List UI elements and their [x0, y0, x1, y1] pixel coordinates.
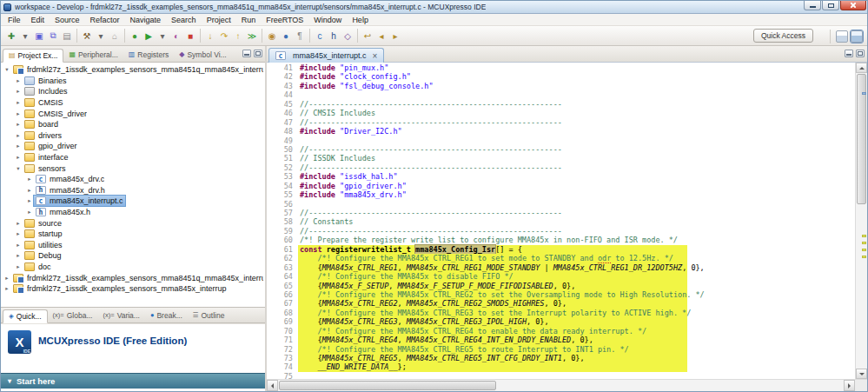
tree-item[interactable]: ▸board — [1, 119, 265, 130]
expander-icon[interactable]: ▾ — [14, 165, 23, 172]
code-line[interactable]: 54#include "gpio_driver.h" — [267, 182, 855, 190]
code-line[interactable]: 53#include "issdk_hal.h" — [267, 172, 855, 181]
menu-window[interactable]: Window — [308, 16, 347, 24]
tab-variables[interactable]: (x)=Varia... — [98, 309, 145, 322]
expander-icon[interactable]: ▸ — [3, 275, 11, 282]
resume-icon[interactable]: ≫ — [245, 29, 259, 43]
code-line[interactable]: 60/*! Prepare the register write list to… — [267, 236, 855, 244]
show-whitespace-icon[interactable]: ¶ — [293, 29, 307, 43]
expander-icon[interactable]: ▸ — [14, 77, 23, 84]
tree-item[interactable]: ▸Includes — [1, 86, 265, 97]
build-icon[interactable]: ⚒ — [80, 29, 94, 43]
tab-close-icon[interactable]: × — [373, 52, 378, 60]
minimize-window-icon[interactable] — [804, 1, 821, 10]
expander-icon[interactable]: ▸ — [14, 252, 23, 259]
debug-icon[interactable]: ● — [128, 29, 142, 43]
expander-icon[interactable]: ▸ — [25, 187, 34, 194]
code-line[interactable]: 45//------------------------------------… — [267, 100, 855, 109]
menu-search[interactable]: Search — [166, 16, 202, 24]
tree-item[interactable]: ▸utilities — [1, 240, 265, 251]
expander-icon[interactable]: ▸ — [14, 99, 23, 106]
code-line[interactable]: 75 — [267, 372, 855, 379]
expander-icon[interactable]: ▸ — [25, 197, 34, 204]
tree-item[interactable]: ▸Debug — [1, 250, 265, 262]
code-line[interactable]: 74 __END_WRITE_DATA__}; — [267, 362, 855, 371]
maximize-view-icon[interactable] — [254, 50, 262, 57]
expander-icon[interactable]: ▸ — [14, 220, 23, 227]
code-line[interactable]: 66 /*! Configure the MMA845x CTRL_REG2 t… — [267, 290, 855, 299]
expander-icon[interactable]: ▸ — [3, 285, 11, 292]
code-line[interactable]: 51// ISSDK Includes — [267, 154, 855, 163]
start-here-header[interactable]: ▾ Start here — [1, 373, 265, 389]
expander-icon[interactable]: ▸ — [14, 242, 23, 249]
code-line[interactable]: 64 /*! Configure the MMA845x to disable … — [267, 272, 855, 281]
menu-source[interactable]: Source — [50, 16, 85, 24]
overview-mark[interactable] — [862, 92, 866, 95]
code-line[interactable]: 70 /*! Configure the MMA845x CTRL_REG4 t… — [267, 327, 855, 336]
open-perspective-icon[interactable] — [836, 30, 848, 43]
tab-project-explorer[interactable]: ▤Project Ex... — [3, 49, 63, 63]
tree-item[interactable]: ▸frdmkl27z_1issdk_examples_sensors_mma84… — [1, 272, 265, 283]
code-line[interactable]: 55#include "mma845x_drv.h" — [267, 190, 855, 199]
code-line[interactable]: 52//------------------------------------… — [267, 163, 855, 172]
tree-item[interactable]: ▸mma845x_drv.h — [1, 185, 265, 196]
code-line[interactable]: 41#include "pin_mux.h" — [267, 63, 855, 72]
title-bar[interactable]: workspace - Develop - frdmkl27z_1issdk_e… — [1, 1, 867, 14]
new-wizard-icon[interactable]: ✚ — [4, 29, 18, 43]
expander-icon[interactable]: ▸ — [14, 230, 23, 237]
expander-icon[interactable]: ▸ — [14, 263, 23, 270]
expander-icon[interactable]: ▸ — [14, 132, 23, 139]
expander-icon[interactable]: ▸ — [14, 154, 23, 161]
expander-icon[interactable]: ▸ — [25, 209, 34, 216]
scroll-down-icon[interactable] — [856, 369, 867, 379]
scroll-left-icon[interactable] — [267, 380, 278, 391]
menu-run[interactable]: Run — [236, 16, 262, 24]
scroll-up-icon[interactable] — [856, 63, 867, 73]
expander-icon[interactable]: ▸ — [25, 176, 34, 183]
quick-access-button[interactable]: Quick Access — [753, 29, 813, 43]
minimize-view-icon[interactable] — [242, 50, 251, 57]
expander-icon[interactable]: ▾ — [3, 66, 11, 73]
clean-icon[interactable]: ⌂ — [108, 29, 122, 43]
expander-icon[interactable]: ▸ — [14, 110, 23, 117]
run-dropdown-icon[interactable]: ▾ — [156, 29, 169, 43]
menu-freertos[interactable]: FreeRTOS — [261, 16, 308, 24]
menu-project[interactable]: Project — [202, 16, 236, 24]
tree-item[interactable]: ▸CMSIS_driver — [1, 108, 265, 119]
save-all-icon[interactable]: ⧉ — [46, 29, 60, 43]
tree-item[interactable]: ▸startup — [1, 229, 265, 240]
menu-help[interactable]: Help — [347, 16, 374, 24]
menu-navigate[interactable]: Navigate — [125, 16, 167, 24]
menu-file[interactable]: File — [3, 16, 26, 24]
code-line[interactable]: 57//------------------------------------… — [267, 209, 855, 217]
tab-symbol-viewer[interactable]: ◆Symbol Vi... — [174, 48, 231, 62]
build-dropdown-icon[interactable]: ▾ — [94, 29, 108, 43]
tree-item[interactable]: ▸gpio_driver — [1, 141, 265, 152]
code-line[interactable]: 47//------------------------------------… — [267, 118, 855, 127]
code-line[interactable]: 44 — [267, 90, 855, 99]
tab-registers[interactable]: ▥Registers — [123, 48, 174, 62]
scroll-right-icon[interactable] — [844, 380, 855, 391]
tree-item[interactable]: ▸frdmkl27z_1issdk_examples_sensors_mma84… — [1, 283, 265, 295]
code-line[interactable]: 65 {MMA845x_F_SETUP, MMA845x_F_SETUP_F_M… — [267, 282, 855, 290]
run-icon[interactable]: ▶ — [142, 29, 156, 43]
back-icon[interactable]: ◂ — [374, 29, 388, 43]
expander-icon[interactable]: ▸ — [14, 88, 23, 95]
menu-edit[interactable]: Edit — [26, 16, 50, 24]
code-area[interactable]: 41#include "pin_mux.h"42#include "clock_… — [267, 63, 855, 379]
profile-icon[interactable]: ◐ — [169, 29, 183, 43]
print-icon[interactable]: ▤ — [60, 29, 74, 43]
expander-icon[interactable]: ▸ — [14, 121, 23, 128]
code-line[interactable]: 56 — [267, 200, 855, 209]
code-line[interactable]: 43#include "fsl_debug_console.h" — [267, 82, 855, 90]
save-icon[interactable]: ▣ — [32, 29, 46, 43]
code-line[interactable]: 68 /*! Configure the MMA845x CTRL_REG3 t… — [267, 309, 855, 317]
new-dropdown-icon[interactable]: ▾ — [18, 29, 32, 43]
tab-global-variables[interactable]: (x)=Globa... — [48, 309, 98, 322]
code-line[interactable]: 59//------------------------------------… — [267, 227, 855, 236]
code-line[interactable]: 48#include "Driver_I2C.h" — [267, 127, 855, 136]
new-header-file-icon[interactable]: h — [327, 29, 341, 43]
vertical-scrollbar[interactable] — [855, 63, 867, 379]
tab-peripherals[interactable]: ▦Peripheral... — [63, 48, 123, 62]
close-window-icon[interactable] — [840, 1, 866, 10]
